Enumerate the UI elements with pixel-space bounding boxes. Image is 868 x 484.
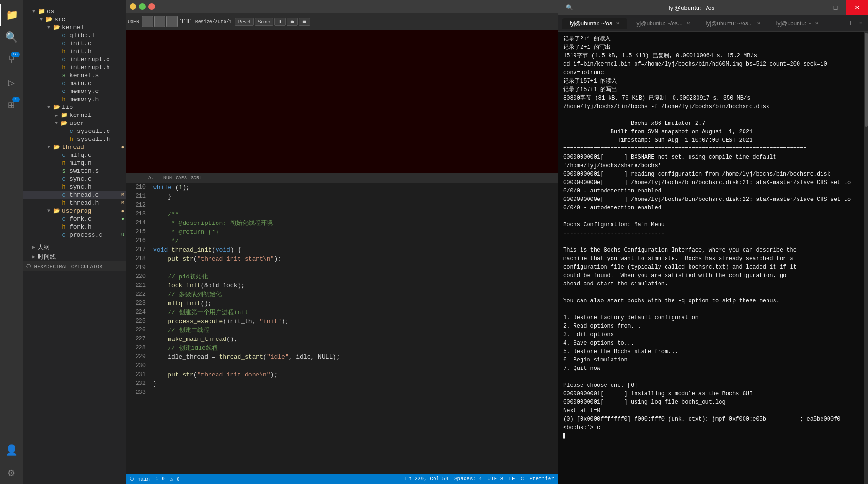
- code-line-217: void thread_init(void) {: [153, 246, 558, 254]
- code-line-219: [153, 263, 558, 272]
- maximize-win-btn[interactable]: □: [825, 0, 846, 15]
- code-line-213: /**: [153, 210, 558, 219]
- window-controls: ─ □ ✕: [803, 0, 868, 15]
- tree-item-fork-h[interactable]: h fork.h: [23, 223, 126, 231]
- language[interactable]: C: [521, 476, 524, 482]
- tree-item-syscall-h[interactable]: h syscall.h: [23, 135, 126, 143]
- code-line-215: * @return {*}: [153, 228, 558, 237]
- files-icon[interactable]: 📁: [0, 4, 23, 26]
- tree-item-thread-h[interactable]: h thread.h M: [23, 199, 126, 207]
- maximize-button[interactable]: [139, 3, 146, 10]
- tree-item-init-h[interactable]: h init.h: [23, 47, 126, 55]
- minimize-win-btn[interactable]: ─: [803, 0, 825, 15]
- main-area: ✕ USER T T Resize/auto/1 Reset Sumo ⏸ ⏺ …: [126, 0, 558, 484]
- cursor-position: Ln 229, Col 54: [405, 476, 449, 482]
- tree-item-interrupt-c[interactable]: c interrupt.c: [23, 55, 126, 63]
- tree-item-timeline[interactable]: ▶ 时间线: [23, 252, 126, 261]
- git-branch[interactable]: ⎔ main: [130, 476, 150, 482]
- record-btn[interactable]: ⏺: [287, 18, 298, 26]
- bochs-statusbar: A: NUM CAPS SCRL: [126, 173, 558, 183]
- code-line-216: */: [153, 237, 558, 246]
- bochs-content: [126, 30, 558, 173]
- sumo-btn[interactable]: Sumo: [255, 18, 273, 26]
- tree-item-sync-h[interactable]: h sync.h: [23, 183, 126, 191]
- terminal-content[interactable]: 记录了2+1 的读入 记录了2+1 的写出 1519字节 (1.5 kB, 1.…: [558, 32, 864, 484]
- tab-3[interactable]: lyj@ubuntu: ~/os... ✕: [698, 18, 768, 29]
- code-line-233: [153, 388, 558, 397]
- tree-item-interrupt-h[interactable]: h interrupt.h: [23, 63, 126, 71]
- tree-item-switch-s[interactable]: s switch.s: [23, 167, 126, 175]
- code-editor: 2102112122132142152162172182192202212222…: [126, 183, 558, 474]
- tree-item-memory-c[interactable]: c memory.c: [23, 87, 126, 95]
- terminal-tabs: lyj@ubuntu: ~/os ✕ lyj@ubuntu: ~/os... ✕…: [558, 15, 868, 32]
- errors[interactable]: ↕ 0: [155, 476, 165, 482]
- tree-item-src[interactable]: ▼ 📂 src: [23, 15, 126, 23]
- tree-item-lib-user[interactable]: ▼ 📂 user: [23, 119, 126, 127]
- code-line-214: * @description: 初始化线程环境: [153, 219, 558, 228]
- code-line-211: }: [153, 192, 558, 201]
- tree-item-lib[interactable]: ▼ 📂 lib: [23, 103, 126, 111]
- tree-item-process-c[interactable]: c process.c U: [23, 231, 126, 239]
- code-line-227: make_main_thread();: [153, 335, 558, 344]
- tree-item-init-c[interactable]: c init.c: [23, 39, 126, 47]
- close-button[interactable]: ✕: [148, 3, 155, 10]
- close-tab-4[interactable]: ✕: [815, 21, 819, 26]
- bochs-toolbar: USER T T Resize/auto/1 Reset Sumo ⏸ ⏺ ⏹: [126, 13, 558, 30]
- tree-item-syscall-c[interactable]: c syscall.c: [23, 127, 126, 135]
- right-titlebar: 🔍 lyj@ubuntu: ~/os ─ □ ✕: [558, 0, 868, 15]
- search-activity-icon[interactable]: 🔍: [0, 26, 23, 49]
- reset-btn[interactable]: Reset: [235, 18, 254, 26]
- pause-btn[interactable]: ⏸: [274, 18, 286, 26]
- tree-item-thread[interactable]: ▼ 📂 thread ●: [23, 143, 126, 151]
- close-tab-1[interactable]: ✕: [616, 21, 620, 26]
- paste-icon[interactable]: [154, 16, 165, 27]
- hexdecimal-calculator[interactable]: ⎔ HEXADECIMAL CALCULATOR: [23, 261, 126, 271]
- tree-item-lib-kernel[interactable]: ▶ 📁 kernel: [23, 111, 126, 119]
- file-tree: ▼ 📁 os ▼ 📂 src ▼ 📂 kernel c glibc.l c: [23, 8, 126, 484]
- code-line-212: [153, 201, 558, 210]
- tree-item-main-c[interactable]: c main.c: [23, 79, 126, 87]
- tree-item-outline[interactable]: ▶ 大纲: [23, 243, 126, 252]
- code-lines[interactable]: while (1); } /** * @description: 初始化线程环境…: [149, 183, 558, 474]
- code-line-210: while (1);: [153, 183, 558, 192]
- extensions-icon[interactable]: ⊞ 1: [0, 94, 23, 116]
- tab-2[interactable]: lyj@ubuntu: ~/os... ✕: [628, 18, 698, 29]
- tree-item-glibc[interactable]: c glibc.l: [23, 31, 126, 39]
- tree-item-kernel[interactable]: ▼ 📂 kernel: [23, 23, 126, 31]
- floppy-icon[interactable]: [142, 16, 153, 27]
- settings-icon[interactable]: ⚙: [0, 461, 23, 484]
- new-terminal-btn[interactable]: +: [844, 19, 856, 28]
- tree-item-userprog[interactable]: ▼ 📂 userprog ●: [23, 207, 126, 215]
- stop-btn[interactable]: ⏹: [299, 18, 310, 26]
- sidebar: ▼ 📁 os ▼ 📂 src ▼ 📂 kernel c glibc.l c: [23, 0, 126, 484]
- code-line-232: }: [153, 379, 558, 388]
- tab-4[interactable]: lyj@ubuntu: ~ ✕: [769, 18, 826, 29]
- tree-item-kernel-s[interactable]: s kernel.s: [23, 71, 126, 79]
- tree-item-thread-c[interactable]: c thread.c M: [23, 191, 126, 199]
- source-control-icon[interactable]: ⑂ 23: [0, 49, 23, 71]
- tree-item-fork-c[interactable]: c fork.c ●: [23, 215, 126, 223]
- tree-item-os[interactable]: ▼ 📁 os: [23, 8, 126, 15]
- close-win-btn[interactable]: ✕: [846, 0, 868, 15]
- code-line-223: mlfq_init();: [153, 299, 558, 308]
- tree-item-mlfq-h[interactable]: h mlfq.h: [23, 159, 126, 167]
- account-icon[interactable]: 👤: [0, 439, 23, 461]
- code-line-224: // 创建第一个用户进程init: [153, 308, 558, 317]
- snapshot-icon[interactable]: [166, 16, 178, 27]
- run-icon[interactable]: ▷: [0, 71, 23, 94]
- close-tab-2[interactable]: ✕: [686, 21, 690, 26]
- close-tab-3[interactable]: ✕: [757, 21, 760, 26]
- terminal-menu-btn[interactable]: ≡: [857, 20, 864, 27]
- terminal-search-icon[interactable]: 🔍: [558, 0, 580, 15]
- terminal-scrollbar[interactable]: [864, 32, 868, 484]
- minimize-button[interactable]: [130, 3, 136, 10]
- tree-item-sync-c[interactable]: c sync.c: [23, 175, 126, 183]
- code-line-226: // 创建主线程: [153, 326, 558, 335]
- tree-item-memory-h[interactable]: h memory.h: [23, 95, 126, 103]
- warnings[interactable]: ⚠ 0: [170, 476, 180, 482]
- tab-1[interactable]: lyj@ubuntu: ~/os ✕: [562, 18, 627, 29]
- tree-item-mlfq-c[interactable]: c mlfq.c: [23, 151, 126, 159]
- code-line-221: lock_init(&pid_lock);: [153, 281, 558, 290]
- line-numbers: 2102112122132142152162172182192202212222…: [126, 183, 149, 474]
- activity-bar: 📁 🔍 ⑂ 23 ▷ ⊞ 1 👤 ⚙: [0, 0, 23, 484]
